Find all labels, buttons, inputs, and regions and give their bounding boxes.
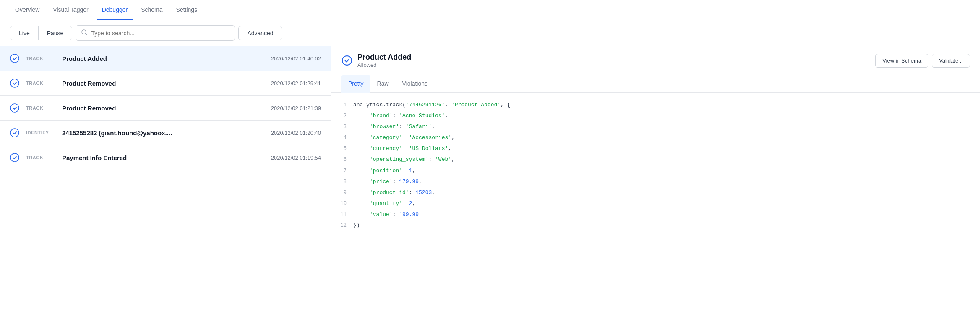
event-name-label: Payment Info Entered — [62, 154, 264, 161]
right-actions: View in Schema Validate... — [875, 54, 970, 68]
line-number: 8 — [338, 178, 347, 186]
code-line: 10 'quantity': 2, — [331, 198, 980, 209]
line-content: 'price': 179.99, — [353, 177, 422, 187]
line-number: 10 — [338, 200, 347, 208]
line-content: 'brand': 'Acne Studios', — [353, 111, 448, 121]
event-time-label: 2020/12/02 01:40:02 — [271, 55, 321, 62]
event-row[interactable]: IDENTIFY 2415255282 (giant.hound@yahoox.… — [0, 121, 331, 145]
advanced-button[interactable]: Advanced — [238, 26, 282, 40]
code-area: 1 analytics.track('7446291126', 'Product… — [331, 93, 980, 326]
code-line: 7 'position': 1, — [331, 166, 980, 176]
event-type-label: TRACK — [26, 81, 55, 86]
nav-item-debugger[interactable]: Debugger — [97, 0, 133, 20]
live-button[interactable]: Live — [10, 26, 39, 40]
check-circle-icon — [10, 153, 19, 162]
event-type-label: TRACK — [26, 105, 55, 110]
code-line: 8 'price': 179.99, — [331, 176, 980, 187]
line-content: 'value': 199.99 — [353, 210, 419, 219]
event-row[interactable]: TRACK Payment Info Entered 2020/12/02 01… — [0, 145, 331, 170]
svg-point-4 — [10, 104, 19, 112]
event-name-label: Product Removed — [62, 105, 264, 112]
event-time-label: 2020/12/02 01:21:39 — [271, 105, 321, 111]
code-line: 1 analytics.track('7446291126', 'Product… — [331, 100, 980, 110]
check-circle-icon — [10, 79, 19, 88]
event-row[interactable]: TRACK Product Removed 2020/12/02 01:21:3… — [0, 96, 331, 121]
line-number: 12 — [338, 221, 347, 230]
search-icon — [81, 29, 88, 37]
line-content: 'operating_system': 'Web', — [353, 155, 455, 164]
check-circle-icon — [10, 128, 19, 137]
check-circle-icon — [10, 54, 19, 63]
code-line: 6 'operating_system': 'Web', — [331, 154, 980, 165]
event-name-label: 2415255282 (giant.hound@yahoox.... — [62, 129, 264, 137]
code-tabs: Pretty Raw Violations — [331, 75, 980, 93]
code-line: 9 'product_id': 15203, — [331, 187, 980, 198]
nav-item-schema[interactable]: Schema — [136, 0, 167, 20]
line-number: 7 — [338, 167, 347, 175]
line-number: 11 — [338, 210, 347, 219]
line-number: 6 — [338, 155, 347, 164]
right-header: Product Added Allowed View in Schema Val… — [331, 46, 980, 75]
event-list: TRACK Product Added 2020/12/02 01:40:02 … — [0, 46, 331, 326]
svg-point-5 — [10, 129, 19, 137]
tab-raw[interactable]: Raw — [370, 75, 396, 93]
right-header-text: Product Added Allowed — [357, 53, 411, 68]
svg-line-1 — [86, 34, 87, 35]
tab-violations[interactable]: Violations — [396, 75, 434, 93]
top-nav: Overview Visual Tagger Debugger Schema S… — [0, 0, 980, 20]
main-layout: TRACK Product Added 2020/12/02 01:40:02 … — [0, 46, 980, 326]
event-row[interactable]: TRACK Product Added 2020/12/02 01:40:02 — [0, 46, 331, 71]
line-number: 4 — [338, 134, 347, 142]
pause-button[interactable]: Pause — [39, 26, 72, 40]
event-name-label: Product Removed — [62, 80, 264, 87]
line-content: 'currency': 'US Dollars', — [353, 144, 451, 153]
check-circle-icon — [10, 103, 19, 113]
svg-point-2 — [10, 54, 19, 63]
right-panel: Product Added Allowed View in Schema Val… — [331, 46, 980, 326]
event-type-label: TRACK — [26, 56, 55, 61]
code-line: 11 'value': 199.99 — [331, 209, 980, 220]
line-content: analytics.track('7446291126', 'Product A… — [353, 100, 511, 110]
line-number: 3 — [338, 123, 347, 131]
svg-point-6 — [10, 153, 19, 162]
toolbar: Live Pause Advanced — [0, 20, 980, 46]
code-line: 4 'category': 'Accessories', — [331, 132, 980, 143]
event-row[interactable]: TRACK Product Removed 2020/12/02 01:29:4… — [0, 71, 331, 96]
detail-status: Allowed — [357, 62, 411, 68]
code-line: 2 'brand': 'Acne Studios', — [331, 110, 980, 121]
nav-item-visual-tagger[interactable]: Visual Tagger — [48, 0, 93, 20]
line-content: 'category': 'Accessories', — [353, 133, 455, 142]
line-content: 'product_id': 15203, — [353, 188, 435, 197]
event-time-label: 2020/12/02 01:29:41 — [271, 80, 321, 87]
code-line: 12 }) — [331, 220, 980, 231]
right-header-info: Product Added Allowed — [341, 53, 868, 68]
code-line: 5 'currency': 'US Dollars', — [331, 143, 980, 154]
view-in-schema-button[interactable]: View in Schema — [875, 54, 928, 68]
line-content: 'browser': 'Safari', — [353, 122, 435, 131]
status-check-icon — [341, 55, 352, 66]
line-number: 2 — [338, 112, 347, 120]
nav-item-overview[interactable]: Overview — [10, 0, 44, 20]
line-content: 'position': 1, — [353, 166, 415, 176]
tab-pretty[interactable]: Pretty — [341, 75, 370, 93]
line-content: 'quantity': 2, — [353, 199, 415, 208]
search-input[interactable] — [91, 30, 229, 37]
code-line: 3 'browser': 'Safari', — [331, 121, 980, 132]
event-time-label: 2020/12/02 01:19:54 — [271, 155, 321, 161]
live-pause-group: Live Pause — [10, 26, 72, 40]
validate-button[interactable]: Validate... — [932, 54, 970, 68]
line-number: 9 — [338, 189, 347, 197]
svg-point-7 — [342, 56, 352, 65]
event-type-label: IDENTIFY — [26, 130, 55, 135]
line-number: 5 — [338, 145, 347, 153]
event-type-label: TRACK — [26, 155, 55, 160]
line-number: 1 — [338, 101, 347, 109]
search-box — [76, 25, 235, 41]
line-content: }) — [353, 221, 360, 230]
event-time-label: 2020/12/02 01:20:40 — [271, 130, 321, 136]
svg-point-3 — [10, 79, 19, 87]
detail-title: Product Added — [357, 53, 411, 62]
nav-item-settings[interactable]: Settings — [171, 0, 203, 20]
event-name-label: Product Added — [62, 55, 264, 62]
